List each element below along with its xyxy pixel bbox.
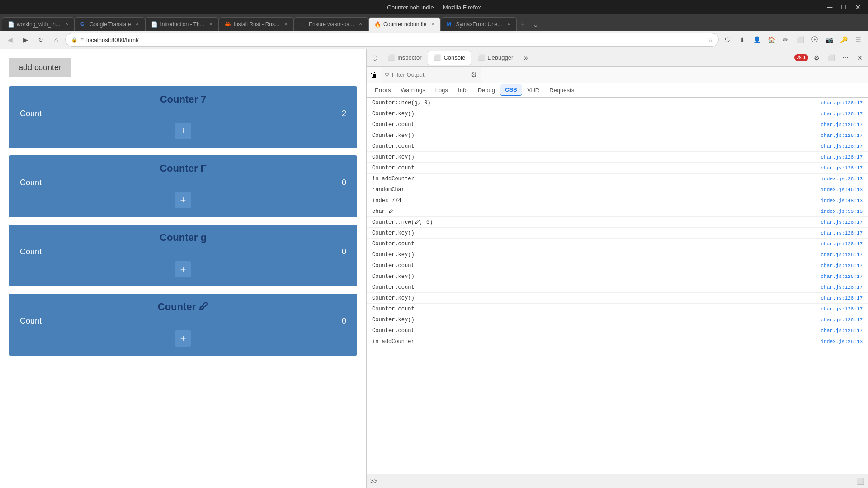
devtools-settings-button[interactable]: ⚙ [810, 52, 823, 64]
devtools-split-button[interactable]: ⬜ [825, 52, 837, 64]
reload-button[interactable]: ↻ [34, 33, 47, 46]
tab-ensure-wasm[interactable]: ⚙ Ensure wasm-pa... ✕ [294, 17, 368, 31]
console-row: Counter::new(🖊, 0)char.js:126:17 [367, 217, 868, 228]
close-button[interactable]: ✕ [852, 3, 863, 12]
tab-introduction[interactable]: 📄 Introduction - Th... ✕ [145, 17, 218, 31]
console-row: Counter.key()char.js:126:17 [367, 228, 868, 239]
console-level-warnings[interactable]: Warnings [396, 85, 429, 95]
console-source[interactable]: index.js:46:13 [821, 187, 863, 192]
screenshots-icon[interactable]: 📷 [823, 33, 835, 46]
console-source[interactable]: char.js:126:17 [821, 317, 863, 323]
tab-close-7[interactable]: ✕ [507, 21, 511, 27]
console-source[interactable]: char.js:126:17 [821, 306, 863, 312]
console-clear-button[interactable]: 🗑 [367, 68, 381, 82]
inspector-icon: ⬜ [387, 54, 395, 61]
console-expand-chevron[interactable]: >> [370, 478, 377, 485]
console-source[interactable]: char.js:126:17 [821, 165, 863, 171]
devtools-more-button[interactable]: ⋯ [839, 52, 852, 64]
counter-row-3: Count 0 [16, 247, 350, 257]
console-row: Counter.countchar.js:126:17 [367, 239, 868, 249]
console-source[interactable]: index.js:26:13 [821, 176, 863, 182]
console-source[interactable]: char.js:126:17 [821, 155, 863, 160]
trash-icon: 🗑 [370, 71, 377, 79]
counter-card-3: Counter g Count 0 + [9, 225, 357, 286]
counter-increment-1[interactable]: + [175, 123, 191, 139]
counter-value-1: 2 [342, 109, 346, 118]
add-counter-button[interactable]: add counter [9, 58, 71, 77]
counter-increment-4[interactable]: + [175, 330, 191, 347]
extension-icon[interactable]: ✏ [779, 33, 792, 46]
menu-button[interactable]: ☰ [852, 33, 864, 46]
devtools-more-tabs-button[interactable]: » [519, 52, 532, 64]
console-level-css[interactable]: CSS [500, 84, 522, 96]
counter-value-3: 0 [342, 247, 346, 257]
devtools-pick-element[interactable]: ⬡ [368, 52, 381, 64]
console-source[interactable]: char.js:126:17 [821, 241, 863, 247]
devtools-tab-debugger[interactable]: ⬜ Debugger [472, 51, 519, 65]
devtools-tab-console[interactable]: ⬜ Console [428, 51, 471, 65]
console-source[interactable]: index.js:50:13 [821, 209, 863, 214]
console-source[interactable]: char.js:126:17 [821, 263, 863, 268]
bookmark-icon[interactable]: ☆ [708, 37, 713, 43]
tab-close-4[interactable]: ✕ [284, 21, 288, 27]
devtools-tab-inspector[interactable]: ⬜ Inspector [382, 51, 427, 65]
maximize-button[interactable]: □ [839, 3, 849, 12]
profile-icon[interactable]: 👤 [750, 33, 763, 46]
console-filter-settings-icon[interactable]: ⚙ [471, 70, 477, 79]
console-level-errors[interactable]: Errors [370, 85, 395, 95]
console-level-xhr[interactable]: XHR [523, 85, 544, 95]
console-source[interactable]: char.js:126:17 [821, 144, 863, 149]
console-source[interactable]: char.js:126:17 [821, 122, 863, 127]
home-button[interactable]: ⌂ [50, 33, 62, 46]
console-level-logs[interactable]: Logs [431, 85, 453, 95]
console-source[interactable]: char.js:126:17 [821, 252, 863, 258]
console-level-info[interactable]: Info [453, 85, 472, 95]
address-bar[interactable]: 🔒 ≡ localhost:8080/html/ ☆ [65, 33, 719, 47]
tab-close-5[interactable]: ✕ [359, 21, 363, 27]
console-level-requests[interactable]: Requests [545, 85, 579, 95]
console-source[interactable]: char.js:126:17 [821, 111, 863, 117]
counter-increment-3[interactable]: + [175, 261, 191, 277]
shield-icon[interactable]: 🛡 [722, 33, 734, 46]
tab-close-3[interactable]: ✕ [209, 21, 213, 27]
tab-close-2[interactable]: ✕ [135, 21, 139, 27]
tab-working-with[interactable]: 📄 working_with_th... ✕ [2, 17, 75, 31]
console-row: in addCounterindex.js:26:13 [367, 336, 868, 347]
pocket-icon[interactable]: Ⓟ [808, 33, 821, 46]
sidebar-icon[interactable]: ⬜ [794, 33, 807, 46]
console-level-debug[interactable]: Debug [473, 85, 500, 95]
tab-syntax-error[interactable]: M SyntaxError: Une... ✕ [441, 17, 516, 31]
console-source[interactable]: char.js:126:17 [821, 220, 863, 225]
tab-close-6[interactable]: ✕ [431, 21, 435, 27]
back-button[interactable]: ◀ [4, 33, 16, 46]
tab-label-3: Introduction - Th... [160, 21, 204, 28]
console-filter-input[interactable] [392, 71, 468, 78]
account-icon[interactable]: 🔑 [837, 33, 850, 46]
console-source[interactable]: char.js:126:17 [821, 274, 863, 279]
tab-install-rust[interactable]: 🦀 Install Rust - Rus... ✕ [219, 17, 294, 31]
console-source[interactable]: char.js:126:17 [821, 133, 863, 138]
tab-close-1[interactable]: ✕ [65, 21, 69, 27]
console-source[interactable]: index.js:26:13 [821, 339, 863, 344]
minimize-button[interactable]: ─ [825, 3, 835, 12]
console-message: Counter::new(g, 0) [372, 100, 431, 106]
tab-google-translate[interactable]: G Google Translate ✕ [75, 17, 145, 31]
console-sidebar-toggle[interactable]: ⬜ [857, 478, 864, 485]
console-source[interactable]: char.js:126:17 [821, 285, 863, 290]
console-message: Counter.key() [372, 273, 415, 280]
forward-button[interactable]: ▶ [19, 33, 32, 46]
tab-counter-nobundle[interactable]: 🔥 Counter nobundle ✕ [368, 17, 441, 31]
counter-increment-2[interactable]: + [175, 192, 191, 208]
devtools-close-button[interactable]: ✕ [854, 52, 866, 64]
console-row: Counter.countchar.js:126:17 [367, 119, 868, 130]
console-source[interactable]: char.js:126:17 [821, 328, 863, 333]
tab-overflow-button[interactable]: ⌄ [529, 18, 542, 31]
console-source[interactable]: index.js:48:13 [821, 198, 863, 203]
console-source[interactable]: char.js:126:17 [821, 230, 863, 236]
tab-favicon-5: ⚙ [300, 21, 306, 28]
console-source[interactable]: char.js:126:17 [821, 100, 863, 106]
console-source[interactable]: char.js:126:17 [821, 296, 863, 301]
container-icon[interactable]: 🏠 [765, 33, 778, 46]
download-icon[interactable]: ⬇ [736, 33, 749, 46]
new-tab-button[interactable]: + [517, 18, 529, 31]
